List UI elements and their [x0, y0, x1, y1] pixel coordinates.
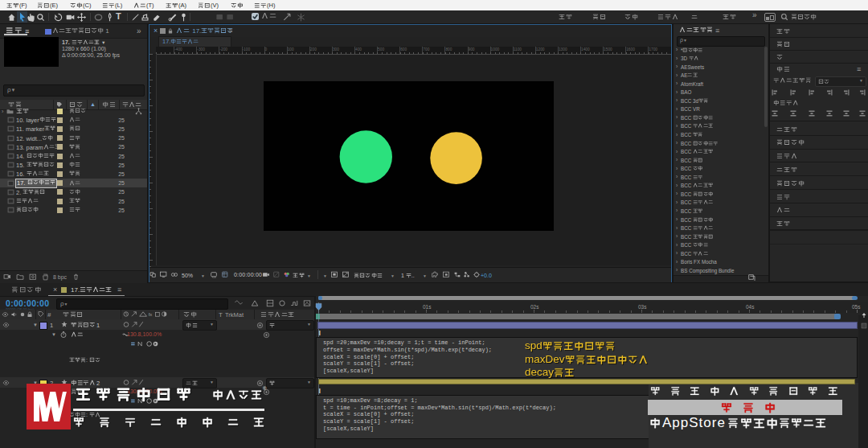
svg-text:fx: fx — [149, 312, 153, 317]
